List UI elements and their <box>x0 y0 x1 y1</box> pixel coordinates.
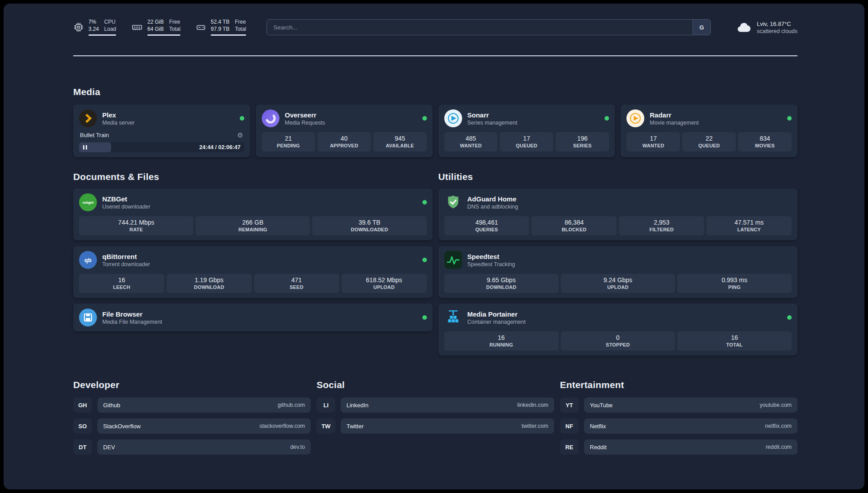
divider <box>73 55 797 56</box>
bookmark-url: twitter.com <box>522 423 548 429</box>
app-subtitle: Speedtest Tracking <box>467 261 515 267</box>
app-name: Sonarr <box>467 111 517 119</box>
stat-label: SEED <box>256 284 338 290</box>
stat-value: 86,384 <box>533 219 615 226</box>
app-name: AdGuard Home <box>467 195 518 203</box>
bookmark-item-youtube[interactable]: YT YouTube youtube.com <box>560 397 797 413</box>
search-input[interactable] <box>267 20 693 35</box>
app-name: qBittorrent <box>102 253 150 260</box>
app-name: Overseerr <box>285 111 325 119</box>
stat-box: 744.21 Mbps RATE <box>79 216 193 235</box>
stat-value: 196 <box>557 135 607 142</box>
bookmark-pill: Reddit reddit.com <box>584 439 797 455</box>
stat-value: 498,461 <box>446 219 528 226</box>
pause-button[interactable] <box>83 145 87 150</box>
bookmark-item-dev[interactable]: DT DEV dev.to <box>73 439 311 455</box>
stat-label: DOWNLOAD <box>446 284 557 290</box>
nzbget-icon-text: nzbget <box>83 201 94 205</box>
documents-column: Documents & Files nzbget NZBGet Usenet d… <box>73 171 433 331</box>
bookmark-name: YouTube <box>590 402 613 409</box>
app-subtitle: Torrent downloader <box>102 261 150 267</box>
stat-box: 22 QUEUED <box>682 132 736 151</box>
bookmark-item-netflix[interactable]: NF Netflix netflix.com <box>560 418 797 434</box>
bookmark-name: Github <box>103 402 120 409</box>
stat-label: UPLOAD <box>563 284 673 290</box>
stat-box: 471 SEED <box>254 274 339 293</box>
bookmark-item-github[interactable]: GH Github github.com <box>73 397 311 413</box>
social-column: Social LI LinkedIn linkedin.com TW Twitt… <box>317 380 554 434</box>
bookmark-url: youtube.com <box>760 402 792 408</box>
status-dot <box>422 200 427 205</box>
app-subtitle: Movie management <box>650 120 699 126</box>
stat-box: 266 GB REMAINING <box>196 216 310 235</box>
stat-box: 17 WANTED <box>626 132 680 151</box>
app-name: Radarr <box>650 111 699 119</box>
stat-value: 0 <box>563 334 673 341</box>
entertainment-column: Entertainment YT YouTube youtube.com NF … <box>560 380 797 455</box>
stat-label: DOWNLOADED <box>314 227 425 232</box>
stat-value: 39.6 TB <box>314 219 425 226</box>
bookmark-item-stackoverflow[interactable]: SO StackOverflow stackoverflow.com <box>73 418 311 434</box>
overseerr-app-link[interactable]: Overseerr Media Requests <box>262 109 427 127</box>
status-dot <box>422 116 427 121</box>
stat-value: 485 <box>446 135 496 142</box>
stat-value: 0.993 ms <box>679 276 790 284</box>
bookmark-abbr: SO <box>73 418 92 434</box>
filebrowser-app-link[interactable]: File Browser Media File Management <box>79 309 427 326</box>
stat-box: 86,384 BLOCKED <box>531 216 617 235</box>
stat-value: 834 <box>740 135 790 142</box>
radarr-icon <box>626 109 644 127</box>
widget-settings-gear-icon[interactable]: ⚙ <box>237 132 243 138</box>
search-engine-button[interactable]: G <box>693 20 710 35</box>
card-adguard: AdGuard Home DNS and adblocking 498,461 … <box>438 188 798 240</box>
cpu-usage-bar <box>88 34 116 36</box>
bookmark-abbr: GH <box>73 397 92 413</box>
plex-icon <box>79 109 97 127</box>
stat-label: SERIES <box>557 143 607 148</box>
bookmark-item-twitter[interactable]: TW Twitter twitter.com <box>317 418 554 434</box>
stat-box: 618.52 Mbps UPLOAD <box>342 274 427 293</box>
card-filebrowser: File Browser Media File Management <box>73 304 433 331</box>
stat-value: 266 GB <box>197 219 308 226</box>
stat-box: 16 LEECH <box>79 274 164 293</box>
weather-location: Lviv, 16.87°C <box>757 21 797 27</box>
qbittorrent-icon-text: qb <box>84 257 92 263</box>
stat-label: DOWNLOAD <box>168 284 250 290</box>
bookmark-item-reddit[interactable]: RE Reddit reddit.com <box>560 439 797 455</box>
stat-box: 945 AVAILABLE <box>373 132 427 151</box>
stat-label: WANTED <box>628 143 678 148</box>
bookmarks-grid: Developer GH Github github.com SO StackO… <box>73 380 797 455</box>
stat-box: 485 WANTED <box>444 132 498 151</box>
nzbget-app-link[interactable]: nzbget NZBGet Usenet downloader <box>79 193 427 211</box>
sonarr-app-link[interactable]: Sonarr Series management <box>444 109 609 127</box>
bookmark-pill: YouTube youtube.com <box>584 397 797 413</box>
app-subtitle: Container management <box>467 319 526 325</box>
bookmark-name: DEV <box>103 444 115 451</box>
status-dot <box>605 116 609 121</box>
stat-label: REMAINING <box>197 227 308 232</box>
stat-label: WANTED <box>446 143 496 148</box>
weather-widget: Lviv, 16.87°C scattered clouds <box>736 21 797 34</box>
stat-box: 9.65 Gbps DOWNLOAD <box>444 274 559 293</box>
bookmark-abbr: DT <box>73 439 92 455</box>
plex-app-link[interactable]: Plex Media server <box>79 109 244 127</box>
speedtest-app-link[interactable]: Speedtest Speedtest Tracking <box>444 251 792 269</box>
qbittorrent-app-link[interactable]: qb qBittorrent Torrent downloader <box>79 251 427 269</box>
media-card-grid: Plex Media server Bullet Train ⚙ 24:44 /… <box>73 104 797 157</box>
stat-box: 0 STOPPED <box>561 331 675 351</box>
stat-value: 22 <box>684 135 734 142</box>
adguard-app-link[interactable]: AdGuard Home DNS and adblocking <box>444 193 792 211</box>
stat-label: RUNNING <box>446 342 557 347</box>
adguard-icon <box>444 193 462 211</box>
card-overseerr: Overseerr Media Requests 21 PENDING 40 A… <box>256 104 433 157</box>
stat-value: 47.571 ms <box>708 219 790 226</box>
stat-value: 40 <box>319 135 369 142</box>
disk-free: 52.4 TB <box>211 19 230 26</box>
stat-box: 40 APPROVED <box>317 132 371 151</box>
radarr-app-link[interactable]: Radarr Movie management <box>626 109 792 127</box>
portainer-app-link[interactable]: Media Portainer Container management <box>444 309 792 326</box>
bookmark-url: stackoverflow.com <box>259 423 305 429</box>
app-name: Media Portainer <box>467 310 526 318</box>
bookmark-item-linkedin[interactable]: LI LinkedIn linkedin.com <box>317 397 554 413</box>
stat-box: 0.993 ms PING <box>677 274 792 293</box>
